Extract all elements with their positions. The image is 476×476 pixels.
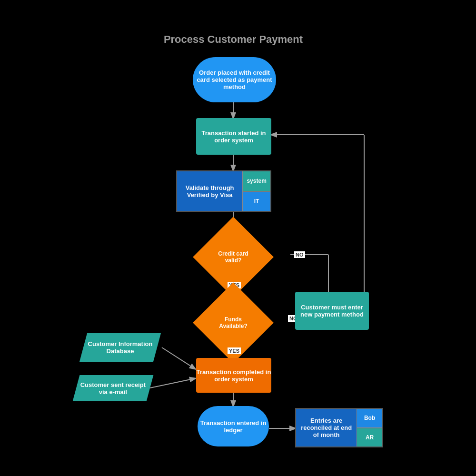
start-node: Order placed with credit card selected a… [193,57,276,102]
funds-available-node: FundsAvailable? [205,294,262,351]
yes2-label: YES [228,347,241,354]
diagram: Process Customer Payment [0,0,476,476]
customer-db-node: Customer Information Database [79,333,161,362]
customer-receipt-node: Customer sent receipt via e-mail [73,375,154,401]
ledger-node: Transaction entered in ledger [198,406,269,446]
new-payment-node: Customer must enter new payment method [295,292,369,330]
transaction-start-node: Transaction started in order system [196,118,271,155]
transaction-complete-node: Transaction completed in order system [196,358,271,393]
reconcile-node: Entries are reconciled at end of month B… [295,408,383,447]
validate-node: Validate through Verified by Visa system… [176,170,271,212]
credit-valid-node: Credit cardvalid? [205,228,262,286]
page-title: Process Customer Payment [138,33,328,46]
svg-line-11 [150,378,195,388]
svg-line-10 [162,347,195,369]
no1-label: NO [294,251,305,258]
